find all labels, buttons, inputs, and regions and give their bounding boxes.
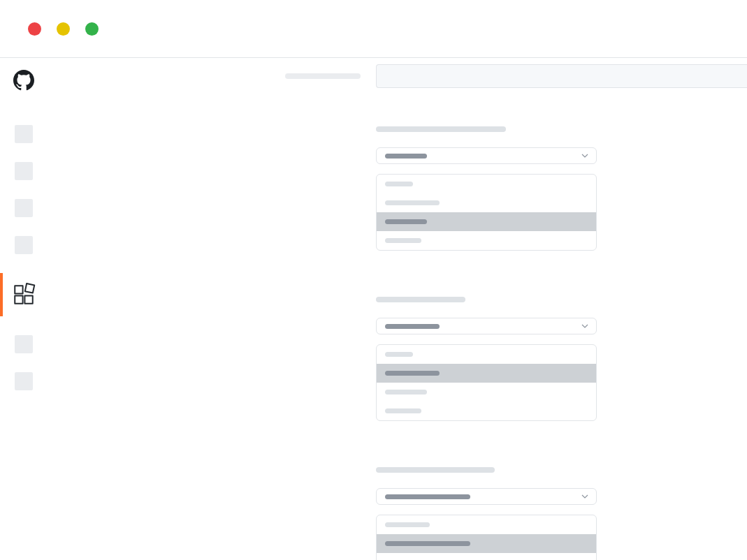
section-header-skeleton [376, 126, 506, 132]
dropdown-value-skeleton [385, 154, 427, 159]
sidebar [0, 58, 48, 560]
list-item[interactable] [377, 383, 596, 401]
header-field[interactable] [376, 64, 747, 88]
option-label-skeleton [385, 541, 470, 546]
nav-item-6[interactable] [15, 335, 33, 353]
dropdown-value-skeleton [385, 494, 470, 499]
traffic-lights [28, 22, 99, 36]
list-item[interactable] [377, 345, 596, 364]
section-1-dropdown[interactable] [376, 147, 597, 164]
option-label-skeleton [385, 390, 427, 395]
option-label-skeleton [385, 219, 427, 224]
option-label-skeleton [385, 352, 413, 357]
main-pane [48, 58, 747, 560]
github-logo[interactable] [13, 70, 34, 91]
section-2-dropdown[interactable] [376, 318, 597, 334]
section-2-listbox [376, 344, 597, 421]
section-1-listbox [376, 174, 597, 251]
header-label-skeleton [285, 73, 361, 79]
list-item[interactable] [377, 175, 596, 193]
nav-item-1[interactable] [15, 125, 33, 143]
svg-rect-0 [15, 286, 22, 293]
nav-item-2[interactable] [15, 162, 33, 180]
chevron-down-icon [581, 152, 589, 160]
extensions-icon [12, 283, 36, 307]
section-3-listbox [376, 515, 597, 560]
option-label-skeleton [385, 408, 421, 413]
list-item-selected[interactable] [377, 212, 596, 231]
settings-section-1 [376, 126, 747, 251]
window-close-button[interactable] [28, 22, 41, 36]
section-header-skeleton [376, 467, 495, 473]
section-header-skeleton [376, 297, 465, 302]
option-label-skeleton [385, 200, 440, 205]
svg-rect-1 [15, 295, 22, 303]
list-item[interactable] [377, 231, 596, 250]
list-item[interactable] [377, 515, 596, 534]
svg-rect-2 [24, 295, 32, 303]
list-item[interactable] [377, 553, 596, 560]
nav-item-3[interactable] [15, 199, 33, 217]
chevron-down-icon [581, 322, 589, 330]
window-maximize-button[interactable] [85, 22, 99, 36]
list-item-selected[interactable] [377, 534, 596, 553]
list-item[interactable] [377, 401, 596, 420]
settings-section-3 [376, 467, 747, 560]
window-minimize-button[interactable] [57, 22, 70, 36]
section-3-dropdown[interactable] [376, 488, 597, 505]
option-label-skeleton [385, 182, 413, 186]
window-titlebar [0, 0, 747, 58]
option-label-skeleton [385, 238, 421, 243]
option-label-skeleton [385, 522, 430, 527]
nav-item-extensions[interactable] [0, 273, 48, 316]
list-item[interactable] [377, 193, 596, 212]
svg-rect-3 [25, 283, 34, 293]
list-item-selected[interactable] [377, 364, 596, 383]
settings-section-2 [376, 297, 747, 421]
nav-item-7[interactable] [15, 372, 33, 390]
nav-item-4[interactable] [15, 236, 33, 254]
option-label-skeleton [385, 371, 440, 376]
chevron-down-icon [581, 492, 589, 501]
dropdown-value-skeleton [385, 324, 440, 329]
